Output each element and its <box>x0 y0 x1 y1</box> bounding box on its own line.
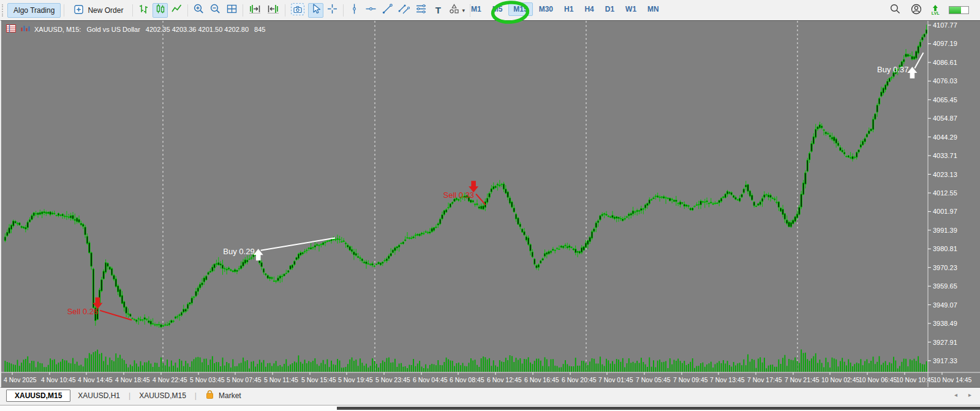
svg-text:7 Nov 17:45: 7 Nov 17:45 <box>747 376 782 383</box>
svg-text:6 Nov 04:45: 6 Nov 04:45 <box>413 376 448 383</box>
svg-text:6 Nov 08:45: 6 Nov 08:45 <box>450 376 484 383</box>
svg-text:Buy 0.29: Buy 0.29 <box>223 247 254 256</box>
text-tool-icon: T <box>435 6 441 15</box>
svg-text:6 Nov 20:45: 6 Nov 20:45 <box>562 376 597 383</box>
timeframe-w1-button[interactable]: W1 <box>620 2 641 16</box>
zoom-in-button[interactable] <box>191 3 206 18</box>
svg-text:4 Nov 18:45: 4 Nov 18:45 <box>115 376 150 383</box>
camera-icon <box>290 2 305 18</box>
timeframe-h4-button[interactable]: H4 <box>579 2 598 16</box>
svg-text:4 Nov 10:45: 4 Nov 10:45 <box>41 376 76 383</box>
trendline-tool-button[interactable] <box>380 3 395 18</box>
svg-text:4023.13: 4023.13 <box>933 171 957 178</box>
svg-text:3980.81: 3980.81 <box>933 245 957 252</box>
tab-label: Market <box>219 391 241 400</box>
svg-text:4012.55: 4012.55 <box>933 189 957 197</box>
svg-text:6 Nov 12:45: 6 Nov 12:45 <box>487 376 522 383</box>
svg-text:10 Nov 14:45: 10 Nov 14:45 <box>933 376 972 383</box>
tab-scroll-right-button[interactable]: ▸ <box>968 391 971 398</box>
text-tool-button[interactable]: T <box>431 3 445 18</box>
svg-text:5 Nov 23:45: 5 Nov 23:45 <box>375 376 410 383</box>
auto-scroll-icon <box>266 3 280 17</box>
shift-chart-end-button[interactable] <box>246 3 263 18</box>
vertical-line-tool-button[interactable] <box>347 3 362 18</box>
toolbar-separator <box>285 4 285 17</box>
line-chart-type-button[interactable] <box>169 3 184 18</box>
tab-xauusd-m15-2[interactable]: XAUUSD,M15 <box>132 390 194 402</box>
svg-text:3927.91: 3927.91 <box>933 339 957 346</box>
chart-canvas[interactable]: 4107.774097.194086.614076.034065.454054.… <box>1 21 980 387</box>
tab-xauusd-m15-active[interactable]: XAUUSD,M15 <box>6 390 70 402</box>
shapes-icon <box>448 3 461 17</box>
tab-scroll-left-button[interactable]: ◂ <box>954 391 957 398</box>
timeframe-m15-button[interactable]: M15 <box>508 2 532 16</box>
connection-status-bar <box>949 6 969 14</box>
bottom-strip <box>0 403 980 411</box>
mt5-window: Algo Trading New Order T ▾ <box>0 0 980 411</box>
svg-text:4097.19: 4097.19 <box>933 40 957 47</box>
svg-text:3991.39: 3991.39 <box>933 227 957 234</box>
svg-text:10 Nov 02:45: 10 Nov 02:45 <box>821 376 860 383</box>
toolbar-separator <box>343 4 344 17</box>
svg-text:3949.07: 3949.07 <box>933 301 957 309</box>
zoom-out-button[interactable] <box>208 3 223 18</box>
svg-text:4054.87: 4054.87 <box>933 115 957 122</box>
auto-scroll-button[interactable] <box>265 3 282 18</box>
chart-title: XAUUSD, M15: Gold vs US Dollar 4202.35 4… <box>6 25 265 34</box>
search-icon[interactable] <box>889 3 901 17</box>
new-order-button[interactable]: New Order <box>67 3 129 18</box>
screenshot-button[interactable] <box>288 3 307 18</box>
svg-text:10 Nov 10:45: 10 Nov 10:45 <box>896 376 935 383</box>
channel-icon <box>398 3 410 17</box>
toolbar-separator <box>64 4 64 17</box>
tile-windows-icon <box>226 3 238 17</box>
svg-text:4086.61: 4086.61 <box>933 59 957 66</box>
objects-tool-button[interactable]: ▾ <box>447 3 467 18</box>
toolbar-grip[interactable] <box>2 4 5 17</box>
svg-text:7 Nov 21:45: 7 Nov 21:45 <box>785 376 820 383</box>
tab-market[interactable]: Market <box>198 388 249 403</box>
timeframe-m1-button[interactable]: M1 <box>466 2 486 16</box>
svg-text:4076.03: 4076.03 <box>933 77 957 85</box>
svg-text:5 Nov 19:45: 5 Nov 19:45 <box>338 376 373 383</box>
svg-text:Sell 0.33: Sell 0.33 <box>443 190 475 200</box>
tab-separator: | <box>129 391 130 400</box>
level-up-icon <box>932 5 939 11</box>
bar-chart-type-button[interactable] <box>136 3 151 18</box>
crosshair-button[interactable] <box>325 3 340 18</box>
quotes-chart-icon[interactable] <box>20 25 30 34</box>
svg-text:10 Nov 06:45: 10 Nov 06:45 <box>859 376 897 383</box>
fibonacci-tool-button[interactable] <box>413 3 429 18</box>
tab-xauusd-h1[interactable]: XAUUSD,H1 <box>70 390 127 402</box>
horizontal-line-icon <box>365 3 377 17</box>
tile-windows-button[interactable] <box>224 3 239 18</box>
chart-symbol-label: XAUUSD, M15: <box>34 26 81 33</box>
horizontal-line-tool-button[interactable] <box>363 3 379 18</box>
svg-text:6 Nov 16:45: 6 Nov 16:45 <box>524 376 559 383</box>
timeframe-m5-button[interactable]: M5 <box>488 2 508 16</box>
timeframe-m30-button[interactable]: M30 <box>534 2 558 16</box>
svg-text:3959.65: 3959.65 <box>933 282 957 290</box>
depth-of-market-icon[interactable] <box>6 25 16 34</box>
svg-text:3938.49: 3938.49 <box>933 320 957 327</box>
cursor-button[interactable] <box>308 3 323 18</box>
timeframe-d1-button[interactable]: D1 <box>600 2 619 16</box>
line-chart-icon <box>171 3 183 17</box>
zoom-out-icon <box>209 3 221 17</box>
candlestick-chart-type-button[interactable] <box>153 3 168 18</box>
background-window-edge <box>337 407 980 410</box>
candlestick-icon <box>154 3 166 17</box>
channel-tool-button[interactable] <box>396 3 412 18</box>
timeframe-h1-button[interactable]: H1 <box>559 2 578 16</box>
timeframe-group: M1 M5 M15 M30 H1 H4 D1 W1 MN <box>466 2 665 16</box>
tab-label: XAUUSD,M15 <box>15 391 62 400</box>
timeframe-mn-button[interactable]: MN <box>643 2 664 16</box>
level-indicator[interactable]: LVL <box>932 5 940 15</box>
svg-text:7 Nov 13:45: 7 Nov 13:45 <box>710 376 745 383</box>
account-icon[interactable] <box>910 3 922 18</box>
svg-text:Buy 0.37: Buy 0.37 <box>877 65 908 74</box>
toolbar-right-group: LVL <box>889 2 969 18</box>
svg-text:5 Nov 07:45: 5 Nov 07:45 <box>227 376 262 383</box>
algo-trading-button[interactable]: Algo Trading <box>7 3 61 18</box>
toolbar-separator <box>132 4 133 17</box>
